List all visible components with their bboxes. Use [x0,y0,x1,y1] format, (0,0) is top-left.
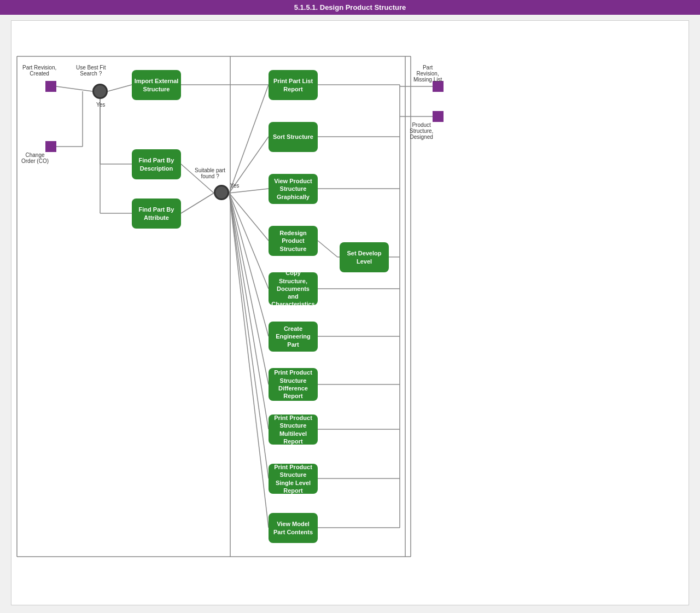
sort-structure-box[interactable]: Sort Structure [269,122,318,152]
svg-line-19 [229,193,269,429]
view-model-part-box[interactable]: View Model Part Contents [269,513,318,543]
connector-lines [11,21,689,605]
label-part-revision-created: Part Revision,Created [22,65,56,77]
label-suitable-part: Suitable partfound ? [195,167,225,179]
find-part-description-box[interactable]: Find Part By Description [132,149,181,179]
label-change-order: ChangeOrder (CO) [21,152,49,164]
svg-line-21 [229,193,269,528]
import-external-box[interactable]: Import External Structure [132,70,181,100]
svg-line-12 [229,85,269,193]
view-product-structure-graphically-box[interactable]: View Product Structure Graphically [269,174,318,204]
end-part-revision-missing [433,81,444,92]
label-yes-2: Yes [230,183,239,189]
label-product-structure-designed: ProductStructure,Designed [410,122,433,140]
start-change-order [45,141,56,152]
svg-line-15 [229,193,269,241]
decision-best-fit [92,84,108,99]
find-part-attribute-box[interactable]: Find Part By Attribute [132,199,181,229]
svg-line-14 [229,189,269,193]
decision-suitable-part [214,185,229,200]
redesign-product-structure-box[interactable]: Redesign Product Structure [269,226,318,256]
svg-line-25 [318,241,337,257]
svg-line-18 [229,193,269,384]
svg-line-16 [229,193,269,289]
label-yes-1: Yes [96,102,105,108]
print-multilevel-report-box[interactable]: Print Product Structure Multilevel Repor… [269,414,318,445]
svg-line-17 [229,193,269,336]
print-single-level-report-box[interactable]: Print Product Structure Single Level Rep… [269,464,318,494]
label-use-best-fit: Use Best FitSearch ? [76,65,106,77]
page-title: 5.1.5.1. Design Product Structure [294,3,406,11]
svg-line-3 [108,85,132,91]
print-diff-report-box[interactable]: Print Product Structure Difference Repor… [269,368,318,401]
diagram-container: Part Revision,Created ChangeOrder (CO) U… [11,20,689,605]
svg-line-0 [56,86,92,91]
end-product-structure-designed [433,111,444,122]
svg-line-20 [229,193,269,478]
svg-line-11 [181,193,214,213]
copy-structure-box[interactable]: Copy Structure, Documents and Characteri… [269,272,318,305]
label-part-revision-missing: PartRevision,Missing List [413,65,442,83]
create-engineering-part-box[interactable]: Create Engineering Part [269,322,318,352]
title-bar: 5.1.5.1. Design Product Structure [0,0,700,15]
print-part-list-box[interactable]: Print Part List Report [269,70,318,100]
start-part-revision [45,81,56,92]
set-develop-level-box[interactable]: Set Develop Level [340,242,389,272]
